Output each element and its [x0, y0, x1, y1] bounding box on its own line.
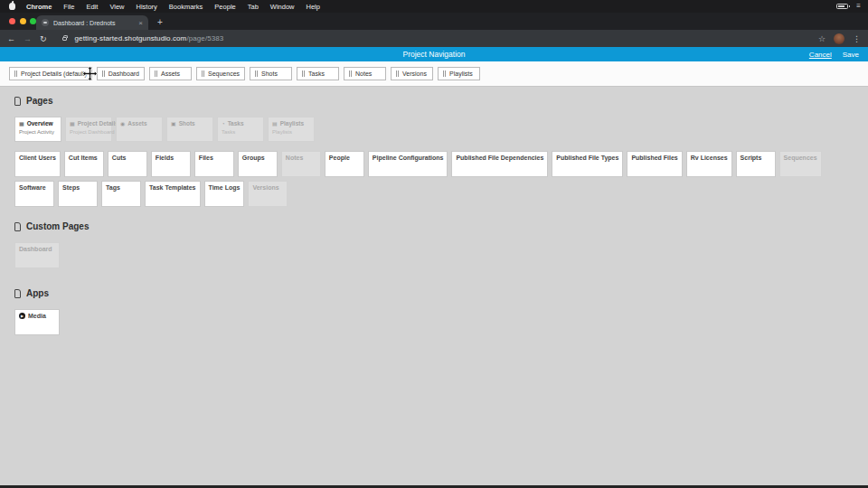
- new-tab-button[interactable]: +: [157, 17, 163, 27]
- apple-menu-icon[interactable]: [9, 3, 15, 10]
- asset-icon: ◉: [120, 121, 125, 127]
- entity-card-title: Steps: [62, 184, 93, 191]
- url-path: /page/5383: [186, 34, 223, 42]
- nav-tab-assets[interactable]: Assets: [149, 67, 192, 80]
- nav-tab-label: Assets: [161, 70, 180, 77]
- save-link[interactable]: Save: [843, 51, 859, 59]
- nav-tab-sequences[interactable]: Sequences: [196, 67, 245, 80]
- nav-tab-playlists[interactable]: Playlists: [438, 67, 480, 80]
- url-bar[interactable]: getting-started.shotgunstudio.com/page/5…: [75, 34, 224, 42]
- custom-pages-section-header: Custom Pages: [14, 221, 854, 231]
- entity-card-title: Scripts: [741, 155, 771, 161]
- featured-page-cards: ▦OverviewProject Activity▦Project Detail…: [14, 117, 854, 142]
- entity-card-cuts[interactable]: Cuts: [108, 151, 147, 177]
- apps-section-title: Apps: [26, 288, 49, 298]
- menubar-item-bookmarks[interactable]: Bookmarks: [169, 3, 203, 11]
- entity-card-versions: Versions: [248, 181, 288, 207]
- entity-card-title: Client Users: [19, 155, 56, 161]
- entity-card-published-files[interactable]: Published Files: [627, 151, 682, 177]
- app-cards: ▶Media: [14, 309, 854, 335]
- entity-card-published-file-dependencies[interactable]: Published File Dependencies: [451, 151, 548, 177]
- drag-handle-icon: [255, 70, 258, 77]
- menubar-items: ChromeFileEditViewHistoryBookmarksPeople…: [26, 3, 320, 11]
- browser-menu-icon[interactable]: ⋮: [853, 34, 861, 43]
- drag-handle-icon: [302, 70, 305, 77]
- entity-card-scripts[interactable]: Scripts: [736, 151, 776, 177]
- entity-card-title: Fields: [156, 155, 186, 161]
- entity-card-people[interactable]: People: [325, 151, 364, 177]
- cancel-link[interactable]: Cancel: [809, 51, 832, 59]
- nav-tab-shots[interactable]: Shots: [250, 67, 292, 80]
- nav-tab-tasks[interactable]: Tasks: [297, 67, 339, 80]
- custom-page-cards: Dashboard: [14, 242, 854, 268]
- menubar-item-help[interactable]: Help: [307, 3, 320, 11]
- drag-handle-icon: [396, 70, 399, 77]
- zoom-window-button[interactable]: [30, 18, 36, 24]
- drag-handle-icon: [443, 70, 446, 77]
- nav-tab-project-details-default[interactable]: Project Details (default): [9, 67, 92, 80]
- tab-title: Dashboard : Drednots: [53, 20, 134, 26]
- browser-tab[interactable]: Dashboard : Drednots ×: [36, 15, 148, 30]
- bookmark-star-icon[interactable]: ☆: [818, 34, 826, 43]
- main-content: Pages ▦OverviewProject Activity▦Project …: [0, 87, 868, 485]
- page-card-tasks: ◔TasksTasks: [217, 117, 264, 142]
- forward-button[interactable]: →: [24, 34, 32, 43]
- menubar-item-history[interactable]: History: [137, 3, 157, 11]
- menubar-item-tab[interactable]: Tab: [248, 3, 259, 11]
- menubar-item-chrome[interactable]: Chrome: [26, 3, 52, 11]
- custom-page-card-title: Dashboard: [19, 246, 55, 252]
- entity-card-sequences: Sequences: [779, 151, 822, 177]
- entity-card-groups[interactable]: Groups: [238, 151, 278, 177]
- entity-card-title: Published File Types: [556, 155, 618, 161]
- entity-card-software[interactable]: Software: [14, 181, 54, 207]
- entity-card-title: Rv Licenses: [691, 155, 728, 161]
- minimize-window-button[interactable]: [20, 18, 26, 24]
- entity-card-steps[interactable]: Steps: [58, 181, 98, 207]
- reload-button[interactable]: ↻: [40, 34, 47, 43]
- menubar-item-edit[interactable]: Edit: [86, 3, 98, 11]
- menubar-item-view[interactable]: View: [109, 3, 124, 11]
- menubar-item-people[interactable]: People: [214, 3, 235, 11]
- lock-icon[interactable]: [62, 37, 67, 41]
- page-card-overview[interactable]: ▦OverviewProject Activity: [14, 117, 61, 142]
- profile-avatar[interactable]: [834, 33, 844, 44]
- grid-icon: ▦: [19, 121, 24, 127]
- drag-handle-icon: [155, 70, 157, 77]
- pages-section-title: Pages: [26, 96, 52, 106]
- back-button[interactable]: ←: [7, 34, 15, 43]
- entity-card-tags[interactable]: Tags: [101, 181, 141, 207]
- page-card-shots: ▣Shots: [166, 117, 213, 142]
- entity-card-title: Software: [19, 184, 50, 191]
- nav-tabs-row: Project Details (default)DashboardAssets…: [0, 61, 868, 87]
- entity-card-title: Notes: [286, 155, 316, 161]
- tab-close-icon[interactable]: ×: [138, 19, 143, 27]
- entity-card-title: People: [329, 155, 360, 161]
- pages-section-header: Pages: [14, 96, 854, 106]
- close-window-button[interactable]: [9, 18, 15, 24]
- entity-card-files[interactable]: Files: [194, 151, 234, 177]
- shot-icon: ▣: [171, 121, 176, 127]
- entity-card-published-file-types[interactable]: Published File Types: [552, 151, 623, 177]
- nav-tab-versions[interactable]: Versions: [391, 67, 433, 80]
- nav-tab-notes[interactable]: Notes: [344, 67, 386, 80]
- app-card-media[interactable]: ▶Media: [14, 309, 60, 335]
- entity-card-pipeline-configurations[interactable]: Pipeline Configurations: [368, 151, 448, 177]
- entity-card-fields[interactable]: Fields: [151, 151, 191, 177]
- page-card-subtitle: Project Activity: [19, 129, 57, 135]
- toolbar-actions: ☆ ⋮: [818, 33, 861, 44]
- entity-card-time-logs[interactable]: Time Logs: [204, 181, 245, 207]
- nav-tab-label: Sequences: [208, 70, 240, 77]
- entity-card-rv-licenses[interactable]: Rv Licenses: [686, 151, 732, 177]
- entity-card-client-users[interactable]: Client Users: [14, 151, 61, 177]
- entity-card-title: Published Files: [631, 155, 677, 161]
- page-card-project-details: ▦Project DetailsProject Dashboard: [65, 117, 112, 142]
- menubar-item-file[interactable]: File: [63, 3, 74, 11]
- entity-card-task-templates[interactable]: Task Templates: [145, 181, 201, 207]
- entity-card-cut-items[interactable]: Cut Items: [64, 151, 104, 177]
- task-icon: ◔: [222, 121, 225, 127]
- nav-editor-actions: Cancel Save: [809, 51, 868, 59]
- entity-card-title: Pipeline Configurations: [373, 155, 444, 161]
- nav-tab-dashboard[interactable]: Dashboard: [97, 67, 145, 80]
- menubar-item-window[interactable]: Window: [270, 3, 295, 11]
- control-center-icon[interactable]: ≡: [856, 3, 861, 10]
